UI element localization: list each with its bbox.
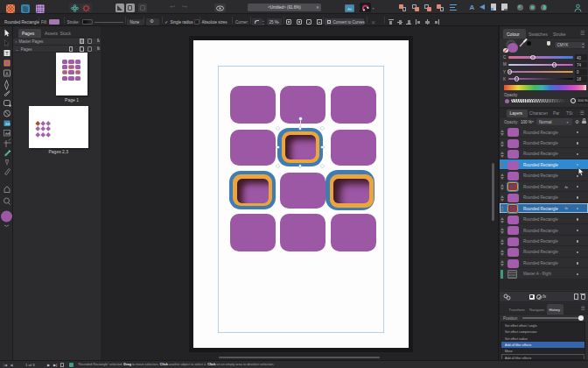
svg-text:A: A [5, 71, 9, 76]
